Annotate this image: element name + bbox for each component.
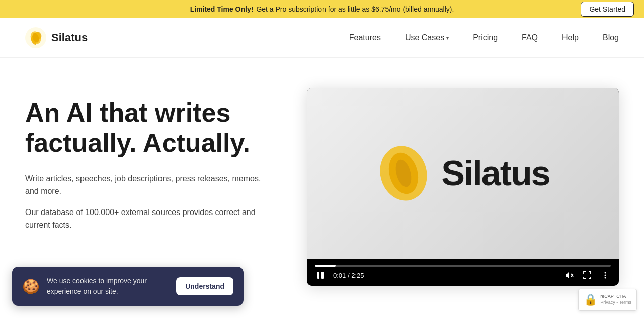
video-pause-button[interactable] <box>315 270 326 281</box>
video-logo-text: Silatus <box>441 153 550 193</box>
navbar: Silatus Features Use Cases ▾ Pricing FAQ… <box>0 18 644 58</box>
nav-item-help[interactable]: Help <box>562 33 579 42</box>
hero-title: An AI that writes factually. Actually. <box>25 98 267 158</box>
hero-subtitle-1: Write articles, speeches, job descriptio… <box>25 172 267 198</box>
video-progress-fill <box>315 265 336 267</box>
svg-point-11 <box>605 275 606 276</box>
nav-item-pricing[interactable]: Pricing <box>473 33 498 42</box>
banner-bold: Limited Time Only! <box>190 5 254 13</box>
video-time: 0:01 / 2:25 <box>333 272 364 279</box>
fullscreen-icon <box>583 271 592 280</box>
svg-point-10 <box>605 272 606 274</box>
video-container: Silatus 0:01 / 2: <box>307 88 619 286</box>
video-logo-icon <box>376 146 431 201</box>
video-controls: 0:01 / 2:25 <box>307 259 619 286</box>
nav-link-pricing[interactable]: Pricing <box>473 33 498 42</box>
pause-icon <box>316 271 325 280</box>
mute-icon <box>565 271 574 280</box>
top-banner: Limited Time Only! Get a Pro subscriptio… <box>0 0 644 18</box>
nav-link-features[interactable]: Features <box>349 33 381 42</box>
nav-link-use-cases[interactable]: Use Cases ▾ <box>405 33 449 42</box>
svg-point-12 <box>605 277 606 279</box>
recaptcha-text: reCAPTCHA Privacy - Terms <box>600 294 631 305</box>
cookie-banner: 🍪 We use cookies to improve your experie… <box>12 267 244 306</box>
cookie-icon: 🍪 <box>22 278 40 295</box>
nav-item-blog[interactable]: Blog <box>603 33 619 42</box>
use-cases-chevron-icon: ▾ <box>446 35 449 41</box>
nav-item-features[interactable]: Features <box>349 33 381 42</box>
nav-link-help[interactable]: Help <box>562 33 579 42</box>
nav-item-use-cases[interactable]: Use Cases ▾ <box>405 33 449 42</box>
nav-link-blog[interactable]: Blog <box>603 33 619 42</box>
cookie-text: We use cookies to improve your experienc… <box>47 276 169 297</box>
hero-left: An AI that writes factually. Actually. W… <box>25 88 267 248</box>
video-progress-bar[interactable] <box>315 265 611 267</box>
video-controls-row: 0:01 / 2:25 <box>315 270 611 281</box>
svg-rect-7 <box>321 272 324 279</box>
controls-right <box>564 270 611 281</box>
video-logo-area: Silatus <box>376 146 550 201</box>
video-preview: Silatus <box>307 88 619 259</box>
hero-subtitle-2: Our database of 100,000+ external source… <box>25 206 267 232</box>
video-fullscreen-button[interactable] <box>582 270 593 281</box>
recaptcha-badge: 🔒 reCAPTCHA Privacy - Terms <box>578 289 637 306</box>
logo-link[interactable]: Silatus <box>25 27 88 48</box>
svg-rect-6 <box>317 272 319 279</box>
recaptcha-logo-icon: 🔒 <box>584 293 597 306</box>
banner-get-started-button[interactable]: Get Started <box>581 2 634 17</box>
logo-icon <box>25 27 46 48</box>
nav-link-faq[interactable]: FAQ <box>522 33 538 42</box>
banner-description: Get a Pro subscription for as little as … <box>256 5 454 13</box>
controls-left: 0:01 / 2:25 <box>315 270 364 281</box>
nav-links: Features Use Cases ▾ Pricing FAQ Help Bl… <box>349 33 619 42</box>
logo-text: Silatus <box>51 31 88 44</box>
cookie-understand-button[interactable]: Understand <box>176 277 233 295</box>
video-mute-button[interactable] <box>564 270 575 281</box>
more-options-icon <box>601 271 610 280</box>
video-more-button[interactable] <box>600 270 611 281</box>
nav-item-faq[interactable]: FAQ <box>522 33 538 42</box>
